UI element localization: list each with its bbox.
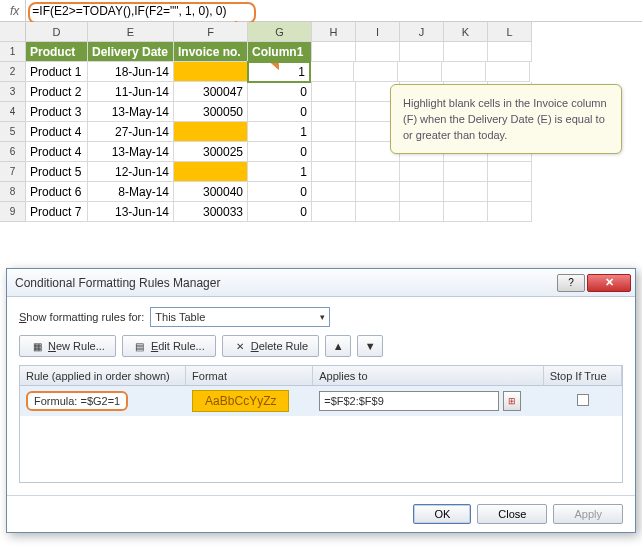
col-header-F[interactable]: F [174,22,248,42]
rules-toolbar: ▦New Rule... ▤Edit Rule... ✕Delete Rule … [19,335,623,357]
cell-invoice[interactable]: 300033 [174,202,248,222]
cell-delivery[interactable]: 27-Jun-14 [88,122,174,142]
row-header[interactable]: 9 [0,202,26,222]
cell-column1[interactable]: 0 [248,202,312,222]
stop-if-true-checkbox[interactable] [577,394,589,406]
col-header-J[interactable]: J [400,22,444,42]
cell-invoice[interactable] [174,62,248,82]
move-up-button[interactable]: ▲ [325,335,351,357]
cell-product[interactable]: Product 4 [26,142,88,162]
cell-invoice[interactable] [174,122,248,142]
col-header-L[interactable]: L [488,22,532,42]
select-all-corner[interactable] [0,22,26,42]
annotation-highlight [28,2,256,24]
column-headers: D E F G H I J K L [0,22,642,42]
col-header-E[interactable]: E [88,22,174,42]
cell-invoice[interactable]: 300050 [174,102,248,122]
cell-column1[interactable]: 1 [248,122,312,142]
col-header-D[interactable]: D [26,22,88,42]
cell-column1[interactable]: 0 [248,82,312,102]
cell-invoice[interactable]: 300047 [174,82,248,102]
cell-delivery[interactable]: 8-May-14 [88,182,174,202]
delete-rule-icon: ✕ [233,339,247,353]
rule-row[interactable]: Formula: =$G2=1 AaBbCcYyZz =$F$2:$F$9 ⊞ [20,386,622,416]
cell-delivery[interactable]: 13-May-14 [88,102,174,122]
table-row: 7Product 512-Jun-141 [0,162,642,182]
cell-column1[interactable]: 0 [248,142,312,162]
header-column1[interactable]: Column1 [248,42,312,62]
cell-delivery[interactable]: 13-Jun-14 [88,202,174,222]
cell-product[interactable]: Product 2 [26,82,88,102]
rules-grid-body: Formula: =$G2=1 AaBbCcYyZz =$F$2:$F$9 ⊞ [20,386,622,482]
header-product[interactable]: Product [26,42,88,62]
cell-invoice[interactable] [174,162,248,182]
chevron-down-icon: ▼ [365,340,376,352]
edit-rule-button[interactable]: ▤Edit Rule... [122,335,216,357]
col-header-I[interactable]: I [356,22,400,42]
range-picker-button[interactable]: ⊞ [503,391,521,411]
cell-delivery[interactable]: 18-Jun-14 [88,62,174,82]
cell-product[interactable]: Product 3 [26,102,88,122]
cell-product[interactable]: Product 6 [26,182,88,202]
cell-invoice[interactable]: 300025 [174,142,248,162]
dialog-title: Conditional Formatting Rules Manager [15,276,555,290]
format-preview: AaBbCcYyZz [192,390,289,412]
apply-button[interactable]: Apply [553,504,623,524]
move-down-button[interactable]: ▼ [357,335,383,357]
rule-formula-text: Formula: =$G2=1 [26,391,128,411]
cell-delivery[interactable]: 11-Jun-14 [88,82,174,102]
row-header[interactable]: 5 [0,122,26,142]
header-delivery[interactable]: Delivery Date [88,42,174,62]
cell-delivery[interactable]: 13-May-14 [88,142,174,162]
delete-rule-button[interactable]: ✕Delete Rule [222,335,320,357]
col-format: Format [186,366,313,385]
close-x-button[interactable]: ✕ [587,274,631,292]
applies-to-input[interactable]: =$F$2:$F$9 [319,391,499,411]
new-rule-icon: ▦ [30,339,44,353]
dialog-titlebar[interactable]: Conditional Formatting Rules Manager ? ✕ [7,269,635,297]
explanation-callout: Highlight blank cells in the Invoice col… [390,84,622,154]
table-header-row: 1 Product Delivery Date Invoice no. Colu… [0,42,642,62]
formula-bar: fx =IF(E2>=TODAY(),IF(F2="", 1, 0), 0) [0,0,642,22]
cell-column1[interactable]: 0 [248,182,312,202]
table-row: 2Product 118-Jun-141 [0,62,642,82]
edit-rule-icon: ▤ [133,339,147,353]
cell-column1[interactable]: 1 [248,162,312,182]
cf-rules-manager-dialog: Conditional Formatting Rules Manager ? ✕… [6,268,636,533]
rules-grid-header: Rule (applied in order shown) Format App… [20,366,622,386]
cell-product[interactable]: Product 5 [26,162,88,182]
col-header-K[interactable]: K [444,22,488,42]
header-invoice[interactable]: Invoice no. [174,42,248,62]
rules-grid: Rule (applied in order shown) Format App… [19,365,623,483]
cell-column1[interactable]: 0 [248,102,312,122]
row-header[interactable]: 4 [0,102,26,122]
cell-column1[interactable]: 1 [247,61,311,83]
help-button[interactable]: ? [557,274,585,292]
cell-product[interactable]: Product 7 [26,202,88,222]
cell-product[interactable]: Product 4 [26,122,88,142]
row-header[interactable]: 8 [0,182,26,202]
close-button[interactable]: Close [477,504,547,524]
col-header-G[interactable]: G [248,22,312,42]
table-row: 9Product 713-Jun-143000330 [0,202,642,222]
ok-button[interactable]: OK [413,504,471,524]
row-header[interactable]: 6 [0,142,26,162]
show-rules-select[interactable]: This Table [150,307,330,327]
new-rule-button[interactable]: ▦New Rule... [19,335,116,357]
row-header[interactable]: 7 [0,162,26,182]
col-rule: Rule (applied in order shown) [20,366,186,385]
row-header[interactable]: 1 [0,42,26,62]
cell-product[interactable]: Product 1 [26,62,88,82]
cell-delivery[interactable]: 12-Jun-14 [88,162,174,182]
formula-text[interactable]: =IF(E2>=TODAY(),IF(F2="", 1, 0), 0) [26,4,642,18]
col-header-H[interactable]: H [312,22,356,42]
range-picker-icon: ⊞ [508,396,516,406]
row-header[interactable]: 2 [0,62,26,82]
cell-invoice[interactable]: 300040 [174,182,248,202]
table-row: 8Product 68-May-143000400 [0,182,642,202]
chevron-up-icon: ▲ [333,340,344,352]
dialog-footer: OK Close Apply [7,495,635,532]
show-rules-label: Show formatting rules for: [19,311,144,323]
fx-label[interactable]: fx [0,0,26,21]
row-header[interactable]: 3 [0,82,26,102]
